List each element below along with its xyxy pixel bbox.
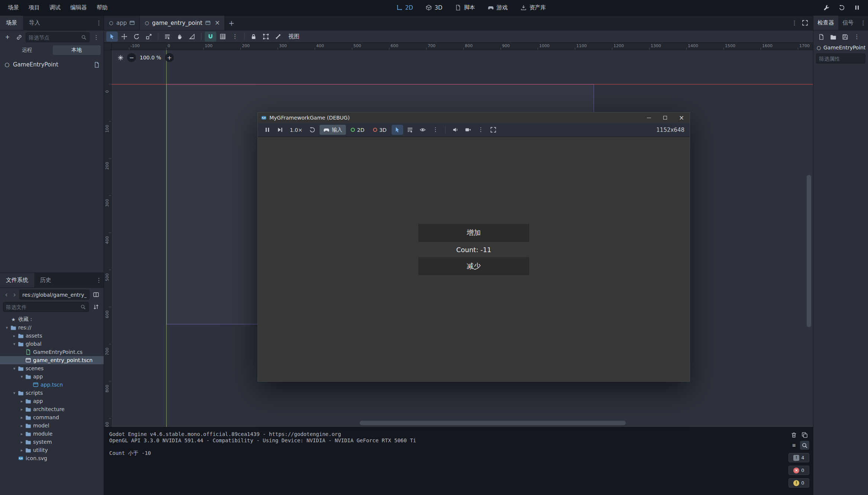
file-item-scenes[interactable]: ▾scenes xyxy=(0,364,104,372)
workspace-tab-game[interactable]: 游戏 xyxy=(483,2,513,13)
vertical-ruler[interactable]: 0100200300400500600700800900 xyxy=(104,50,111,427)
clear-button[interactable] xyxy=(789,430,799,439)
select-tool-button[interactable] xyxy=(106,32,118,42)
chevron-down-icon[interactable]: ▾ xyxy=(4,325,10,330)
chevron-right-icon[interactable]: ▸ xyxy=(19,448,25,453)
inspector-dock-menu-button[interactable]: ⋮ xyxy=(858,16,868,30)
chevron-down-icon[interactable]: ▾ xyxy=(11,342,17,346)
view-menu-button[interactable]: 视图 xyxy=(284,33,304,40)
scene-tab-game_entry_point[interactable]: ○game_entry_point× xyxy=(140,16,225,30)
workspace-tab-assetlib[interactable]: 资产库 xyxy=(516,2,551,13)
game-window-titlebar[interactable]: MyGFrameworkGame (DEBUG) × xyxy=(258,113,690,123)
file-filter-input[interactable] xyxy=(6,304,79,310)
remote-button[interactable]: 远程 xyxy=(3,45,51,55)
file-item-app[interactable]: ▾app xyxy=(0,372,104,381)
file-item-app.tscn[interactable]: app.tscn xyxy=(0,381,104,389)
toggle-split-mode-button[interactable] xyxy=(91,290,101,299)
inspector-dock-tab-signals[interactable]: 信号 xyxy=(838,16,858,30)
zoom-in-button[interactable]: + xyxy=(165,53,174,62)
chevron-right-icon[interactable]: ▸ xyxy=(19,399,25,404)
file-item-scripts[interactable]: ▾scripts xyxy=(0,389,104,397)
file-item-assets[interactable]: ▸assets xyxy=(0,332,104,340)
grid-snap-button[interactable] xyxy=(217,32,229,42)
file-item-app[interactable]: ▸app xyxy=(0,397,104,405)
chevron-down-icon[interactable]: ▾ xyxy=(19,374,25,379)
scene-dock-tab-import[interactable]: 导入 xyxy=(23,16,46,30)
workspace-tab-2d[interactable]: 2D xyxy=(391,2,418,13)
visibility-button[interactable] xyxy=(417,125,428,135)
workspace-tab-3d[interactable]: 3D xyxy=(421,2,447,13)
inspector-filter-input[interactable] xyxy=(819,56,862,62)
menubar-menu[interactable]: 编辑器 xyxy=(65,0,92,15)
suspend-button[interactable] xyxy=(262,125,273,135)
nav-back-icon[interactable]: ‹ xyxy=(3,291,10,298)
new-resource-button[interactable] xyxy=(816,32,826,41)
chevron-down-icon[interactable]: ▾ xyxy=(11,391,17,395)
workspace-tab-script[interactable]: 脚本 xyxy=(450,2,480,13)
menubar-menu[interactable]: 场景 xyxy=(3,0,24,15)
menubar-menu[interactable]: 项目 xyxy=(24,0,45,15)
chevron-right-icon[interactable]: ▸ xyxy=(19,423,25,428)
save-button[interactable] xyxy=(840,32,850,41)
zoom-level-label[interactable]: 100.0 % xyxy=(138,55,163,61)
chevron-right-icon[interactable]: ▸ xyxy=(19,432,25,436)
list-select-button[interactable] xyxy=(162,32,173,42)
select-tool-button[interactable] xyxy=(392,125,403,135)
load-button[interactable] xyxy=(828,32,838,41)
filesystem-dock-tab-history[interactable]: 历史 xyxy=(34,273,57,287)
copy-button[interactable] xyxy=(800,430,809,439)
inspector-node-row[interactable]: ○ GameEntryPoint... xyxy=(813,43,868,52)
close-button[interactable]: × xyxy=(673,113,690,123)
distraction-free-button[interactable] xyxy=(799,18,811,28)
lock-button[interactable] xyxy=(248,32,259,42)
decrease-button[interactable]: 减少 xyxy=(418,257,529,275)
scene-tabs-menu-button[interactable]: ⋮ xyxy=(790,16,799,30)
filesystem-dock-menu-button[interactable]: ⋮ xyxy=(94,273,104,287)
ruler-button[interactable] xyxy=(186,32,198,42)
rotate-tool-button[interactable] xyxy=(131,32,142,42)
file-sort-button[interactable] xyxy=(91,303,101,312)
nav-forward-icon[interactable]: › xyxy=(11,291,18,298)
path-input[interactable] xyxy=(22,292,87,298)
instance-scene-button[interactable] xyxy=(14,33,24,42)
dots-button[interactable]: ⋮ xyxy=(430,125,441,135)
scale-tool-button[interactable] xyxy=(143,32,155,42)
chevron-right-icon[interactable]: ▸ xyxy=(19,415,25,420)
audio-button[interactable] xyxy=(450,125,461,135)
file-item-system[interactable]: ▸system xyxy=(0,438,104,446)
vertical-scrollbar[interactable] xyxy=(807,175,811,327)
next-frame-button[interactable] xyxy=(274,125,286,135)
chevron-right-icon[interactable]: ▸ xyxy=(11,333,17,338)
game-toggle-3d[interactable]: 3D xyxy=(369,125,391,135)
scene-dock-tab-scene[interactable]: 场景 xyxy=(0,16,23,30)
restart-button[interactable] xyxy=(307,125,318,135)
file-item-icon.svg[interactable]: icon.svg xyxy=(0,454,104,462)
filter-errors-button[interactable]: ×0 xyxy=(788,466,809,475)
scene-tab-app[interactable]: ○app xyxy=(104,16,140,30)
close-tab-icon[interactable]: × xyxy=(215,20,220,26)
move-tool-button[interactable] xyxy=(119,32,130,42)
dots-button[interactable]: ⋮ xyxy=(852,32,862,41)
add-node-button[interactable]: + xyxy=(3,33,12,42)
pause-button[interactable] xyxy=(851,3,863,13)
collapse-button[interactable]: ≡ xyxy=(789,441,799,450)
file-item-GameEntryPoint.cs[interactable]: GameEntryPoint.cs xyxy=(0,348,104,356)
chevron-down-icon[interactable]: ▾ xyxy=(11,366,17,371)
list-select-button[interactable] xyxy=(404,125,416,135)
favorites-row[interactable]: ★收藏： xyxy=(0,315,104,323)
new-scene-tab-button[interactable]: + xyxy=(225,16,238,30)
build-button[interactable] xyxy=(821,3,832,13)
increase-button[interactable]: 增加 xyxy=(418,224,529,242)
smart-snap-button[interactable] xyxy=(205,32,216,42)
file-item-res://[interactable]: ▾res:// xyxy=(0,323,104,332)
file-item-module[interactable]: ▸module xyxy=(0,430,104,438)
game-toggle-input[interactable]: 输入 xyxy=(320,125,346,135)
center-view-button[interactable] xyxy=(116,53,125,62)
filesystem-dock-tab-filesystem[interactable]: 文件系统 xyxy=(0,273,34,287)
scene-toolbar-menu-button[interactable]: ⋮ xyxy=(91,32,101,42)
file-item-global[interactable]: ▾global xyxy=(0,340,104,348)
group-button[interactable] xyxy=(260,32,272,42)
fullscreen-button[interactable] xyxy=(488,125,499,135)
file-item-command[interactable]: ▸command xyxy=(0,413,104,421)
scene-node-GameEntryPoint[interactable]: ○GameEntryPoint xyxy=(0,59,104,70)
